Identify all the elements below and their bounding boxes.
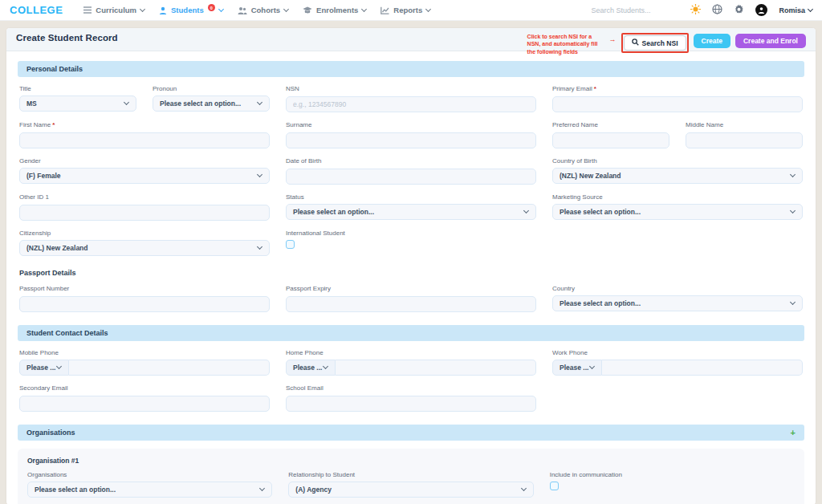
preferred-name-input[interactable]	[552, 132, 669, 148]
field-label: Gender	[19, 157, 41, 165]
nsn-input[interactable]	[286, 96, 536, 112]
field-label: Mobile Phone	[19, 349, 59, 356]
citizenship-select[interactable]: (NZL) New Zealand	[19, 240, 270, 256]
nav-students[interactable]: Students 0	[159, 6, 223, 14]
field-label: Passport Expiry	[286, 285, 331, 292]
field-work-phone: Work Phone Please ...	[552, 349, 803, 376]
create-button[interactable]: Create	[694, 34, 730, 48]
chevron-down-icon	[56, 364, 62, 369]
search-nsi-button[interactable]: Search NSI	[624, 35, 686, 51]
user-menu[interactable]: Romisa	[779, 6, 812, 14]
title-select[interactable]: MS	[19, 96, 136, 112]
nav-students-label: Students	[171, 6, 204, 14]
pronoun-select[interactable]: Please select an option...	[153, 96, 270, 112]
field-first-name: First Name*	[19, 121, 270, 148]
select-value: (NZL) New Zealand	[560, 172, 621, 180]
mobile-phone-prefix-select[interactable]: Please ...	[19, 360, 69, 376]
header-actions: Click to search NSI for a NSN, and autom…	[527, 33, 806, 55]
chart-icon	[380, 6, 389, 14]
select-value: Please select an option...	[560, 299, 641, 307]
select-value: MS	[26, 100, 37, 108]
nav-cohorts[interactable]: Cohorts	[238, 6, 288, 14]
sun-icon[interactable]	[690, 3, 701, 18]
select-value: Please ...	[293, 364, 322, 372]
passport-expiry-input[interactable]	[286, 296, 536, 312]
field-nsn: NSN	[286, 85, 536, 112]
chevron-down-icon	[257, 244, 262, 250]
app-logo[interactable]: COLLEGE	[10, 4, 63, 16]
chevron-down-icon	[790, 208, 796, 213]
mobile-phone-input[interactable]	[69, 360, 270, 376]
relationship-select[interactable]: (A) Agency	[288, 482, 533, 498]
add-organisation-button[interactable]: +	[791, 429, 796, 437]
create-student-card: Create Student Record Click to search NS…	[6, 28, 816, 504]
middle-name-input[interactable]	[686, 132, 803, 148]
international-student-checkbox[interactable]	[286, 240, 295, 249]
date-of-birth-input[interactable]	[286, 169, 536, 185]
field-date-of-birth: Date of Birth	[286, 157, 536, 185]
select-value: Please ...	[26, 364, 55, 372]
field-include-in-communication: Include in communication	[550, 471, 795, 498]
select-value: Please ...	[560, 364, 588, 372]
chevron-down-icon	[790, 299, 796, 305]
school-email-input[interactable]	[286, 396, 536, 412]
field-title: Title MS	[19, 85, 136, 112]
marketing-source-select[interactable]: Please select an option...	[552, 204, 803, 220]
contact-details-grid: Mobile Phone Please ... Home Phone Pleas…	[18, 349, 804, 412]
organisations-select[interactable]: Please select an option...	[27, 482, 272, 498]
chevron-down-icon	[790, 172, 796, 177]
field-label: Title	[19, 85, 31, 92]
passport-number-input[interactable]	[19, 296, 270, 312]
chevron-down-icon	[589, 364, 595, 369]
include-in-communication-checkbox[interactable]	[550, 482, 559, 490]
create-and-enrol-button[interactable]: Create and Enrol	[735, 34, 806, 48]
secondary-email-input[interactable]	[19, 396, 270, 412]
personal-details-grid: Title MS Pronoun Please select an option…	[18, 85, 804, 256]
nsi-highlight-box: Search NSI	[621, 33, 689, 53]
field-label: Work Phone	[552, 349, 588, 356]
chevron-down-icon	[808, 6, 813, 11]
field-relationship-to-student: Relationship to Student (A) Agency	[288, 471, 533, 498]
annotation-line: NSN, and automatically fill	[527, 40, 604, 47]
home-phone-prefix-select[interactable]: Please ...	[286, 360, 336, 376]
nav-cohorts-label: Cohorts	[251, 6, 280, 14]
page-header: Create Student Record Click to search NS…	[6, 28, 816, 51]
search-input[interactable]	[591, 6, 679, 14]
primary-email-input[interactable]	[552, 96, 803, 112]
nav-enrolments[interactable]: Enrolments	[303, 6, 366, 14]
section-title: Organisations	[26, 429, 75, 437]
graduation-cap-icon	[303, 6, 312, 14]
work-phone-prefix-select[interactable]: Please ...	[552, 360, 602, 376]
country-of-birth-select[interactable]: (NZL) New Zealand	[552, 168, 803, 184]
work-phone-input[interactable]	[602, 360, 803, 376]
select-value: Please select an option...	[35, 486, 116, 494]
chevron-down-icon	[259, 486, 265, 491]
field-label: First Name	[19, 121, 51, 128]
field-country-of-birth: Country of Birth (NZL) New Zealand	[552, 157, 803, 185]
field-passport-country: Country Please select an option...	[552, 285, 803, 312]
passport-country-select[interactable]: Please select an option...	[552, 295, 803, 311]
passport-details-heading: Passport Details	[19, 269, 803, 277]
field-label: NSN	[286, 85, 299, 92]
annotation-arrow-icon: →	[609, 35, 616, 43]
field-pronoun: Pronoun Please select an option...	[153, 85, 270, 112]
section-title: Student Contact Details	[26, 329, 108, 337]
nav-reports[interactable]: Reports	[380, 6, 430, 14]
select-value: (NZL) New Zealand	[26, 244, 88, 252]
avatar[interactable]	[755, 4, 767, 16]
first-name-input[interactable]	[19, 132, 270, 148]
gear-icon[interactable]	[734, 3, 744, 18]
field-mobile-phone: Mobile Phone Please ...	[19, 349, 270, 376]
field-label: Date of Birth	[286, 157, 321, 165]
field-citizenship: Citizenship (NZL) New Zealand	[19, 230, 270, 256]
other-id-1-input[interactable]	[19, 205, 270, 221]
home-phone-input[interactable]	[336, 360, 536, 376]
field-label: Organisations	[27, 471, 67, 478]
gender-select[interactable]: (F) Female	[19, 168, 270, 184]
surname-input[interactable]	[286, 132, 536, 148]
nav-curriculum-label: Curriculum	[96, 6, 136, 14]
nav-curriculum[interactable]: Curriculum	[83, 6, 144, 14]
globe-icon[interactable]	[712, 3, 722, 18]
field-label: Preferred Name	[552, 121, 598, 128]
status-select[interactable]: Please select an option...	[286, 204, 536, 220]
